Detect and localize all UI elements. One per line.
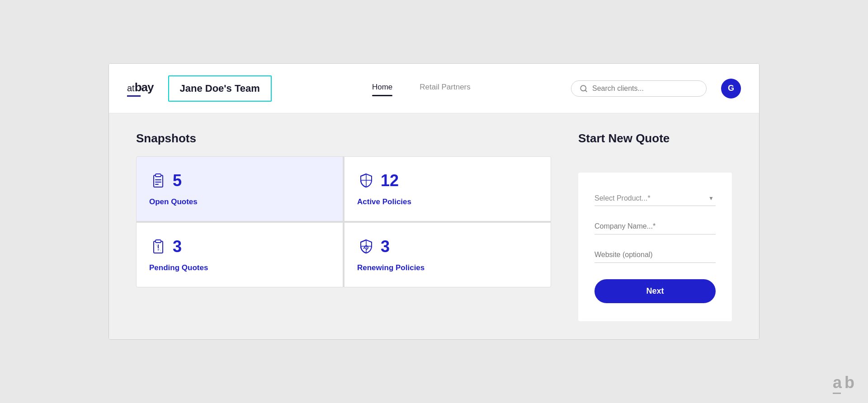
snapshot-grid: 5 Open Quotes 12 — [136, 156, 551, 287]
snapshot-card-open-quotes[interactable]: 5 Open Quotes — [137, 157, 343, 221]
website-field — [594, 247, 716, 263]
snapshots-section: Snapshots 5 Open — [136, 131, 551, 321]
open-quotes-label: Open Quotes — [149, 197, 330, 206]
main-container: at bay Jane Doe's Team Home Retail Partn… — [108, 63, 760, 340]
active-policies-count: 12 — [381, 171, 399, 190]
product-select-field: Select Product...* ▼ — [594, 191, 716, 206]
shield-refresh-icon — [357, 238, 375, 256]
next-button[interactable]: Next — [594, 279, 716, 303]
logo-bay: bay — [135, 80, 154, 94]
new-quote-title: Start New Quote — [578, 131, 732, 145]
product-select[interactable]: Select Product...* — [594, 191, 716, 206]
logo-at: at — [127, 83, 135, 94]
logo-area: at bay — [127, 80, 154, 97]
watermark: a b — [833, 373, 854, 392]
open-quotes-count: 5 — [173, 171, 182, 190]
main-nav: Home Retail Partners — [286, 83, 557, 94]
renewing-policies-label: Renewing Policies — [357, 263, 538, 272]
company-name-input[interactable] — [594, 219, 716, 234]
user-avatar[interactable]: G — [721, 79, 741, 98]
active-policies-label: Active Policies — [357, 197, 538, 206]
svg-point-11 — [158, 249, 159, 250]
pending-quotes-count: 3 — [173, 237, 182, 256]
website-input[interactable] — [594, 247, 716, 263]
clipboard-icon — [149, 172, 167, 190]
snapshot-card-active-policies[interactable]: 12 Active Policies — [344, 157, 551, 221]
product-select-wrapper: Select Product...* ▼ — [594, 191, 716, 206]
team-name-box[interactable]: Jane Doe's Team — [168, 75, 272, 102]
svg-rect-10 — [156, 240, 161, 243]
snapshot-card-pending-quotes[interactable]: 3 Pending Quotes — [137, 223, 343, 287]
quote-form: Select Product...* ▼ Next — [578, 173, 732, 321]
svg-rect-3 — [156, 174, 161, 177]
shield-icon — [357, 172, 375, 190]
snapshot-card-top: 5 — [149, 171, 330, 190]
watermark-b: b — [844, 373, 854, 392]
watermark-a: a — [833, 373, 841, 394]
search-icon — [580, 84, 588, 93]
nav-home[interactable]: Home — [372, 83, 392, 94]
snapshot-card-top: 3 — [149, 237, 330, 256]
new-quote-section: Start New Quote Select Product...* ▼ — [578, 131, 732, 321]
search-bar[interactable] — [571, 80, 707, 97]
snapshot-card-top: 3 — [357, 237, 538, 256]
renewing-policies-count: 3 — [381, 237, 390, 256]
logo: at bay — [127, 80, 154, 97]
svg-line-1 — [585, 90, 586, 91]
snapshot-card-renewing-policies[interactable]: 3 Renewing Policies — [344, 223, 551, 287]
header: at bay Jane Doe's Team Home Retail Partn… — [109, 64, 759, 113]
clipboard-warning-icon — [149, 238, 167, 256]
company-name-field — [594, 219, 716, 234]
search-input[interactable] — [592, 84, 698, 93]
pending-quotes-label: Pending Quotes — [149, 263, 330, 272]
content-area: Snapshots 5 Open — [109, 113, 759, 339]
snapshot-card-top: 12 — [357, 171, 538, 190]
logo-underline — [127, 95, 141, 97]
snapshots-title: Snapshots — [136, 131, 551, 145]
nav-retail-partners[interactable]: Retail Partners — [420, 83, 470, 94]
